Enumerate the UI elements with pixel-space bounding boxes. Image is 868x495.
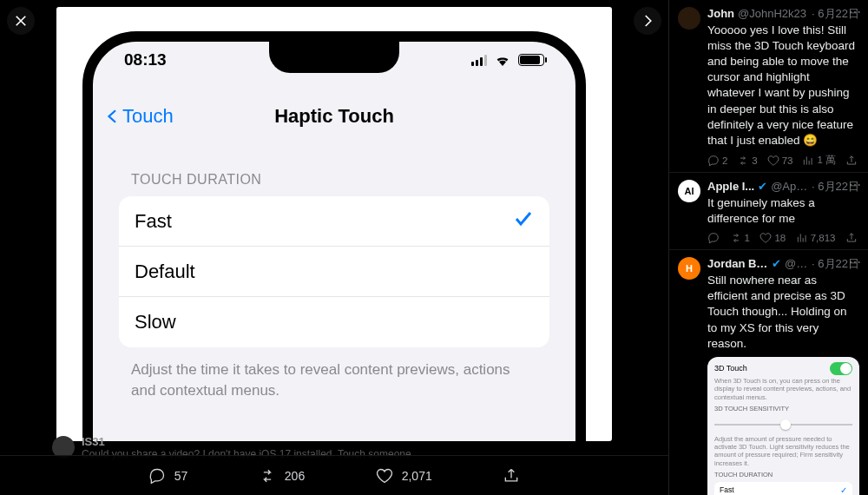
close-button[interactable] bbox=[7, 7, 35, 35]
avatar[interactable] bbox=[678, 7, 700, 30]
like-count[interactable]: 18 bbox=[760, 232, 786, 244]
reply-count[interactable]: 2 bbox=[707, 154, 727, 167]
tweet-text: It genuinely makes a difference for me bbox=[707, 195, 859, 227]
option-fast[interactable]: Fast bbox=[119, 196, 549, 247]
tweet-author[interactable]: John bbox=[707, 7, 734, 21]
views-count[interactable]: 7,813 bbox=[796, 232, 836, 244]
section-footer: Adjust the time it takes to reveal conte… bbox=[131, 360, 537, 401]
more-icon[interactable]: ⋯ bbox=[849, 178, 861, 192]
battery-icon bbox=[518, 54, 544, 66]
option-default[interactable]: Default bbox=[119, 247, 549, 297]
more-icon[interactable]: ⋯ bbox=[849, 255, 861, 269]
avatar[interactable]: H bbox=[678, 257, 700, 280]
retweet-count[interactable]: 1 bbox=[730, 232, 750, 244]
tweet-text: Still nowhere near as efficient and prec… bbox=[707, 273, 859, 352]
back-label: Touch bbox=[122, 105, 174, 128]
tweet-handle: @JohnH2k23 bbox=[738, 7, 808, 21]
option-slow[interactable]: Slow bbox=[119, 297, 549, 347]
cellular-icon bbox=[471, 54, 487, 66]
share-tweet[interactable] bbox=[845, 232, 858, 244]
screenshot: 08:13 Touch bbox=[56, 7, 612, 441]
tweet-handle: @ha... bbox=[785, 257, 808, 271]
status-bar: 08:13 bbox=[93, 50, 575, 69]
action-bar: 57 206 2,071 bbox=[0, 455, 668, 495]
tweet-metrics: 1 18 7,813 bbox=[707, 232, 859, 244]
tweet[interactable]: ⋯ H Jordan Be... ✔ @ha... · 6月22日 Still … bbox=[669, 250, 868, 495]
retweet-button[interactable]: 206 bbox=[259, 467, 305, 485]
wifi-icon bbox=[494, 54, 511, 66]
next-button[interactable] bbox=[634, 7, 661, 35]
checkmark-icon bbox=[513, 208, 534, 234]
more-icon[interactable]: ⋯ bbox=[849, 5, 861, 19]
tweet-author[interactable]: Jordan Be... bbox=[707, 257, 768, 271]
tweet-handle: @Apple... bbox=[771, 180, 808, 194]
verified-icon: ✔ bbox=[758, 180, 767, 194]
tweet-embed[interactable]: 3D Touch When 3D Touch is on, you can pr… bbox=[707, 357, 859, 495]
underlay-name: IS31 bbox=[82, 435, 411, 448]
views-count[interactable]: 1 萬 bbox=[802, 154, 836, 167]
tweet[interactable]: ⋯ John @JohnH2k23 · 6月22日 Yooooo yes I l… bbox=[669, 0, 868, 173]
status-time: 08:13 bbox=[124, 50, 167, 69]
tweet-author[interactable]: Apple I... bbox=[707, 180, 754, 194]
verified-icon: ✔ bbox=[772, 257, 781, 271]
option-list: Fast Default Slow bbox=[119, 196, 549, 347]
like-button[interactable]: 2,071 bbox=[376, 467, 432, 485]
tweet-column[interactable]: ⋯ John @JohnH2k23 · 6月22日 Yooooo yes I l… bbox=[668, 0, 868, 495]
tweet-text: Yooooo yes I love this! Still miss the 3… bbox=[707, 23, 859, 149]
section-label: TOUCH DURATION bbox=[131, 172, 537, 188]
image-area: 08:13 Touch bbox=[0, 0, 668, 495]
avatar[interactable]: AI bbox=[678, 180, 700, 202]
tweet-metrics: 2 3 73 1 萬 bbox=[707, 154, 859, 167]
share-tweet[interactable] bbox=[845, 154, 858, 167]
retweet-count[interactable]: 3 bbox=[737, 154, 757, 167]
share-button[interactable] bbox=[503, 467, 520, 485]
tweet[interactable]: ⋯ AI Apple I... ✔ @Apple... · 6月22日 It g… bbox=[669, 173, 868, 250]
reply-button[interactable]: 57 bbox=[148, 467, 188, 485]
image-viewer: 08:13 Touch bbox=[0, 0, 668, 495]
toggle-icon bbox=[830, 362, 852, 375]
back-button[interactable]: Touch bbox=[105, 105, 174, 128]
reply-count[interactable] bbox=[707, 232, 720, 244]
like-count[interactable]: 73 bbox=[767, 154, 793, 167]
